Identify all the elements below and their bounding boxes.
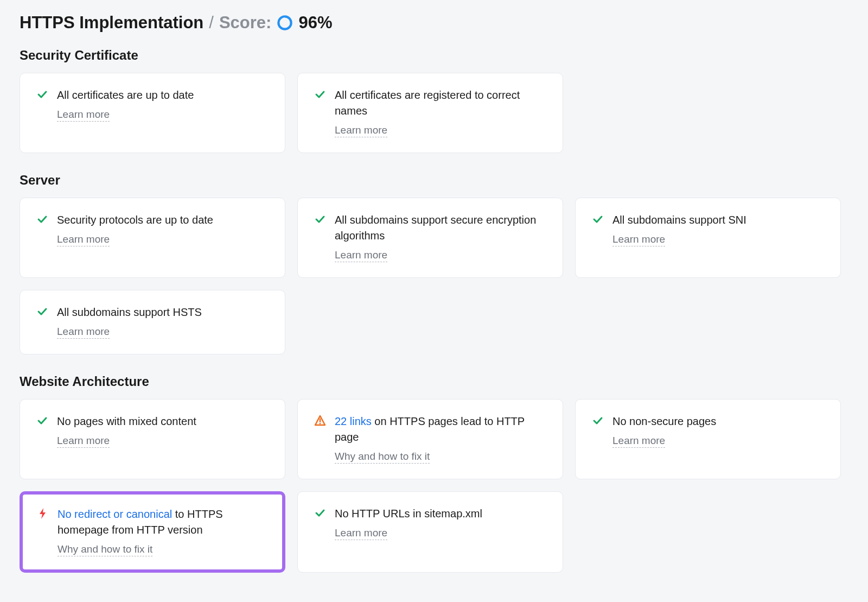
score-value: 96% [298,13,332,33]
card-body: All certificates are registered to corre… [335,87,546,137]
card-issue-link[interactable]: 22 links [335,415,372,427]
card-body: All subdomains support SNILearn more [612,212,824,246]
card-body: Security protocols are up to dateLearn m… [57,212,269,246]
section-title: Security Certificate [20,48,848,63]
status-card: No pages with mixed contentLearn more [20,399,285,479]
status-card: All certificates are registered to corre… [297,73,563,153]
fix-link[interactable]: Why and how to fix it [58,543,152,556]
card-body: No pages with mixed contentLearn more [57,414,269,448]
card-text: All certificates are registered to corre… [335,87,546,119]
card-grid: Security protocols are up to dateLearn m… [20,198,848,354]
card-grid: No pages with mixed contentLearn more22 … [20,399,848,573]
section: Security CertificateAll certificates are… [20,48,848,153]
learn-more-link[interactable]: Learn more [57,435,110,448]
check-icon [314,213,326,225]
card-body: No non-secure pagesLearn more [612,414,824,448]
svg-point-1 [279,16,291,29]
card-text: No redirect or canonical to HTTPS homepa… [58,506,268,538]
score-ring-icon [277,15,293,31]
check-icon [592,213,604,225]
check-icon [36,306,48,318]
card-text: All certificates are up to date [57,87,269,103]
status-card: All subdomains support secure encryption… [297,198,563,278]
card-text: No pages with mixed content [57,414,269,429]
bolt-icon [37,508,49,519]
status-card: 22 links on HTTPS pages lead to HTTP pag… [297,399,563,479]
learn-more-link[interactable]: Learn more [57,233,110,246]
card-text: No HTTP URLs in sitemap.xml [335,506,546,522]
card-text: All subdomains support HSTS [57,305,269,320]
card-body: No redirect or canonical to HTTPS homepa… [58,506,268,556]
section: Website ArchitectureNo pages with mixed … [20,374,848,573]
check-icon [314,507,326,519]
check-icon [36,415,48,427]
learn-more-link[interactable]: Learn more [57,326,110,339]
status-card: No HTTP URLs in sitemap.xmlLearn more [297,491,563,573]
card-text: Security protocols are up to date [57,212,269,228]
section-title: Server [20,173,848,188]
learn-more-link[interactable]: Learn more [612,233,665,246]
section-title: Website Architecture [20,374,848,389]
check-icon [36,213,48,225]
card-text: All subdomains support SNI [612,212,824,228]
card-issue-link[interactable]: No redirect or canonical [58,508,172,520]
card-text: No non-secure pages [612,414,824,429]
card-body: All certificates are up to dateLearn mor… [57,87,269,122]
card-body: 22 links on HTTPS pages lead to HTTP pag… [335,414,546,464]
card-body: All subdomains support HSTSLearn more [57,305,269,339]
card-grid: All certificates are up to dateLearn mor… [20,73,848,153]
card-body: No HTTP URLs in sitemap.xmlLearn more [335,506,546,540]
score-label: Score: [219,13,271,33]
learn-more-link[interactable]: Learn more [57,109,110,122]
section: ServerSecurity protocols are up to dateL… [20,173,848,354]
learn-more-link[interactable]: Learn more [612,435,665,448]
check-icon [36,88,48,100]
card-text: All subdomains support secure encryption… [335,212,546,244]
card-text: 22 links on HTTPS pages lead to HTTP pag… [335,414,546,445]
page-title: HTTPS Implementation [20,13,203,33]
status-card: All subdomains support HSTSLearn more [20,290,285,354]
learn-more-link[interactable]: Learn more [335,527,387,540]
page-header: HTTPS Implementation / Score: 96% [20,13,848,33]
status-card: No redirect or canonical to HTTPS homepa… [20,491,285,573]
learn-more-link[interactable]: Learn more [335,249,387,262]
check-icon [592,415,604,427]
status-card: All certificates are up to dateLearn mor… [20,73,285,153]
status-card: Security protocols are up to dateLearn m… [20,198,285,278]
card-body: All subdomains support secure encryption… [335,212,546,262]
check-icon [314,88,326,100]
learn-more-link[interactable]: Learn more [335,124,387,137]
status-card: All subdomains support SNILearn more [575,198,841,278]
status-card: No non-secure pagesLearn more [575,399,841,479]
warning-icon [314,415,326,427]
header-separator: / [209,13,214,33]
fix-link[interactable]: Why and how to fix it [335,451,430,464]
